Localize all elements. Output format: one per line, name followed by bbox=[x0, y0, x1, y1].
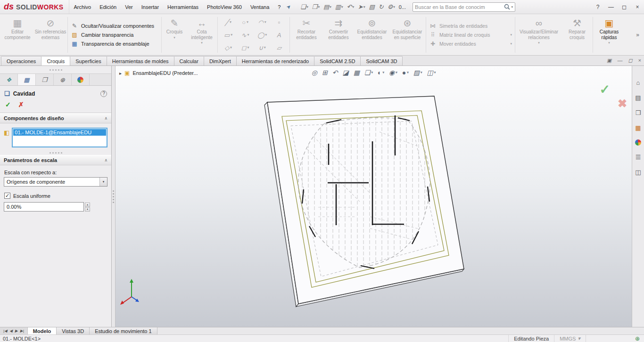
appearances-icon[interactable] bbox=[635, 139, 641, 146]
no-external-references-button[interactable]: ⊘ Sin referencias externas bbox=[34, 15, 67, 55]
smart-dimension-button[interactable]: ↔ Cota inteligente ▾ bbox=[187, 15, 217, 55]
units-selector[interactable]: MMGS▾ bbox=[554, 335, 586, 342]
panel-viewport-splitter[interactable] bbox=[112, 66, 116, 327]
menu-help[interactable]: ? bbox=[273, 0, 285, 14]
dock-icon[interactable]: ▣ bbox=[607, 57, 611, 64]
sketch-fillet-tool[interactable]: ∪▾ bbox=[254, 41, 271, 54]
trim-entities-button[interactable]: ✂ Recortar entidades bbox=[290, 15, 322, 55]
sketch-text-tool[interactable]: A bbox=[271, 29, 288, 41]
doc-close-icon[interactable]: × bbox=[638, 57, 641, 64]
edit-component-button[interactable]: ▦ Editar componente bbox=[1, 15, 34, 55]
dimxpertmanager-tab[interactable]: ⊕ bbox=[54, 74, 72, 85]
graphics-viewport[interactable]: ▸ ▣ EnsamblajeEDU (Predeter... ◎ ⊞ ↶ ◪ ▦… bbox=[116, 66, 632, 327]
ribbon-expand-button[interactable]: » bbox=[632, 32, 643, 38]
open-button[interactable]: ❒▾ bbox=[310, 2, 322, 11]
hide-show-components-button[interactable]: ✎ Ocultar/Visualizar componentes bbox=[71, 23, 158, 29]
doc-restore-icon[interactable]: ◻ bbox=[628, 57, 632, 64]
search-icon[interactable] bbox=[504, 4, 510, 10]
offset-entities-button[interactable]: ⊚ Equidistanciar entidades bbox=[355, 15, 389, 55]
options-button[interactable]: ⚙▾ bbox=[386, 2, 397, 11]
panel-splitter-grip[interactable] bbox=[0, 66, 111, 73]
select-button[interactable]: ➤▾ bbox=[356, 2, 367, 11]
sketch-polygon-tool[interactable]: ◇▾ bbox=[220, 41, 237, 54]
sketch-button[interactable]: ✎ Croquis ▾ bbox=[162, 15, 187, 55]
tab-dimxpert[interactable]: DimXpert bbox=[204, 56, 237, 65]
dropdown-caret-icon[interactable]: ▾ bbox=[99, 178, 107, 186]
rebuild-button[interactable]: ↻ bbox=[377, 2, 386, 11]
spin-up-icon[interactable]: ▴ bbox=[85, 203, 90, 207]
sketch-circle-tool[interactable]: ○▾ bbox=[237, 16, 254, 29]
help-button[interactable]: ? bbox=[591, 4, 604, 10]
repair-sketch-button[interactable]: ⚒ Reparar croquis bbox=[562, 15, 592, 55]
sketch-arc-tool[interactable]: ◠▾ bbox=[254, 16, 271, 29]
view-settings-button[interactable]: ◫▾ bbox=[427, 69, 436, 76]
print-button[interactable]: ▥▾ bbox=[333, 2, 345, 11]
tab-calcular[interactable]: Calcular bbox=[174, 56, 204, 65]
sketch-slot-tool[interactable]: ◻▾ bbox=[237, 41, 254, 54]
scroll-first-icon[interactable]: |◀ bbox=[3, 329, 7, 333]
sketch-ellipse-tool[interactable]: ◯▾ bbox=[254, 29, 271, 41]
display-style-button[interactable]: ◐▾ bbox=[378, 69, 384, 76]
menu-edicion[interactable]: Edición bbox=[95, 0, 121, 14]
tab-vistas-3d[interactable]: Vistas 3D bbox=[57, 327, 90, 334]
displaymanager-tab[interactable] bbox=[72, 74, 90, 85]
sketch-plane-tool[interactable]: ▱ bbox=[271, 41, 288, 54]
convert-entities-button[interactable]: ⇉ Convertir entidades bbox=[322, 15, 355, 55]
search-input[interactable] bbox=[415, 4, 504, 10]
annotation-views-button[interactable]: ▦ bbox=[354, 69, 360, 76]
sketch-extra-tool-a[interactable]: ▫ bbox=[271, 16, 288, 29]
view-orientation-button[interactable]: ❏▾ bbox=[364, 69, 373, 76]
task-pane-home-icon[interactable]: ⌂ bbox=[636, 79, 640, 86]
doc-minimize-icon[interactable]: — bbox=[617, 57, 622, 64]
configurationmanager-tab[interactable]: ❐ bbox=[36, 74, 54, 85]
sketch-spline-tool[interactable]: ∿▾ bbox=[237, 29, 254, 41]
scroll-next-icon[interactable]: ▶ bbox=[15, 329, 17, 333]
component-selection-box[interactable]: 01.- MOLDE-1@EnsamblajeEDU bbox=[12, 128, 107, 147]
menu-ventana[interactable]: Ventana bbox=[246, 0, 273, 14]
zoom-area-button[interactable]: ⊞ bbox=[322, 69, 328, 76]
pm-ok-button[interactable]: ✓ bbox=[5, 101, 11, 108]
menu-photoview[interactable]: PhotoView 360 bbox=[203, 0, 246, 14]
assembly-transparency-button[interactable]: ▦ Transparencia de ensamblaje bbox=[71, 41, 158, 47]
apply-scene-button[interactable]: ▨▾ bbox=[413, 69, 422, 76]
linear-sketch-pattern-button[interactable]: ⠿ Matriz lineal de croquis ▾ bbox=[429, 32, 512, 38]
scale-parameters-section-header[interactable]: Parámetros de escala ∧ bbox=[0, 155, 111, 165]
sketch-line-tool[interactable]: ╱▾ bbox=[220, 16, 237, 29]
offset-on-surface-button[interactable]: ⊛ Equidistanciar en superficie bbox=[389, 15, 425, 55]
sketch-rectangle-tool[interactable]: ▭▾ bbox=[220, 29, 237, 41]
hide-show-items-button[interactable]: ◉▾ bbox=[389, 69, 397, 76]
propertymanager-tab[interactable]: ▦ bbox=[18, 74, 36, 85]
menu-herramientas[interactable]: Herramientas bbox=[163, 0, 203, 14]
menu-archivo[interactable]: Archivo bbox=[69, 0, 95, 14]
change-transparency-button[interactable]: ▨ Cambiar transparencia bbox=[71, 32, 158, 38]
uniform-scale-checkbox[interactable]: ✓ bbox=[4, 193, 10, 199]
undo-button[interactable]: ↶▾ bbox=[345, 2, 356, 11]
display-delete-relations-button[interactable]: ∞ Visualizar/Eliminar relaciones ▾ bbox=[516, 15, 562, 55]
custom-properties-icon[interactable]: ☰ bbox=[636, 154, 641, 161]
selection-box-resize-grip[interactable] bbox=[0, 150, 111, 155]
file-explorer-icon[interactable]: ❒ bbox=[636, 109, 641, 116]
featuremanager-tab[interactable]: ❖ bbox=[0, 74, 18, 85]
quick-tips-globe-icon[interactable]: ⊕ bbox=[631, 335, 644, 342]
tab-modelo[interactable]: Modelo bbox=[28, 327, 57, 334]
menu-insertar[interactable]: Insertar bbox=[137, 0, 163, 14]
tab-superficies[interactable]: Superficies bbox=[70, 56, 107, 65]
tab-solidcam-25d[interactable]: SolidCAM 2.5D bbox=[314, 56, 361, 65]
view-palette-icon[interactable]: ▦ bbox=[635, 124, 641, 131]
instant-snapshots-button[interactable]: ▣ Capturas rápidas ▾ bbox=[594, 15, 625, 55]
tab-croquis[interactable]: Croquis bbox=[41, 56, 70, 65]
knowledge-search[interactable]: ▾ bbox=[413, 2, 515, 12]
clipboard-button[interactable]: ▧ bbox=[367, 2, 376, 11]
minimize-button[interactable]: — bbox=[604, 4, 618, 10]
confirmation-corner-ok-button[interactable]: ✓ bbox=[599, 82, 610, 97]
scroll-prev-icon[interactable]: ◀ bbox=[9, 329, 12, 333]
tab-herramientas-de-moldes[interactable]: Herramientas de moldes bbox=[107, 56, 174, 65]
tab-estudio-de-movimiento[interactable]: Estudio de movimiento 1 bbox=[90, 327, 157, 334]
toolbar-overflow-label[interactable]: 0... bbox=[399, 4, 406, 10]
search-scope-caret-icon[interactable]: ▾ bbox=[512, 5, 513, 9]
section-view-button[interactable]: ◪ bbox=[342, 69, 348, 76]
flyout-tree-arrow-icon[interactable]: ▸ bbox=[119, 71, 122, 76]
tab-solidcam-3d[interactable]: SolidCAM 3D bbox=[360, 56, 403, 65]
pm-cancel-button[interactable]: ✗ bbox=[18, 101, 24, 108]
breadcrumb-label[interactable]: EnsamblajeEDU (Predeter... bbox=[132, 70, 198, 76]
